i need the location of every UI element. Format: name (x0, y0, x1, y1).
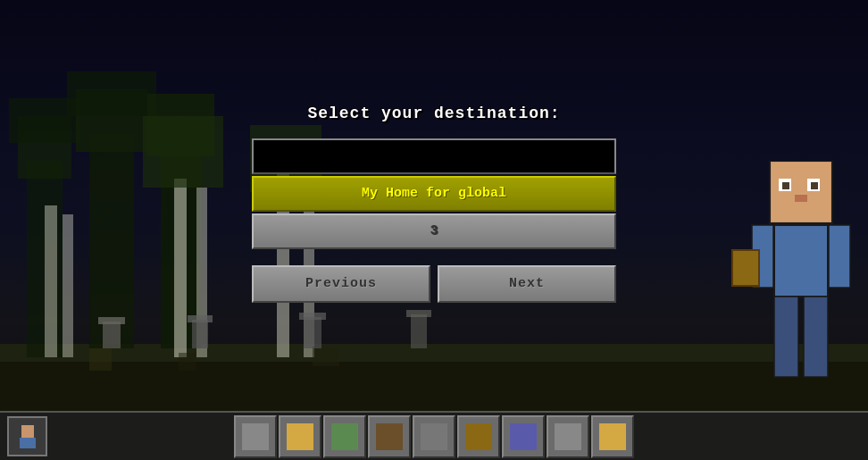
hotbar-slot-9[interactable] (591, 415, 634, 458)
hotbar-icon-4 (376, 423, 403, 450)
svg-rect-50 (20, 438, 36, 448)
hotbar-icon-8 (555, 423, 581, 450)
hotbar-icon-3 (331, 423, 358, 450)
hotbar (0, 411, 868, 460)
list-item-2-label: 3 (430, 223, 438, 238)
list-item-1[interactable]: My Home for global (252, 176, 616, 212)
black-slot (252, 138, 616, 174)
hotbar-slot-5[interactable] (413, 415, 455, 458)
hotbar-slot-4[interactable] (368, 415, 411, 458)
player-icon-slot (7, 416, 47, 456)
hotbar-icon-6 (465, 423, 492, 450)
svg-rect-49 (21, 425, 34, 438)
hotbar-icon-7 (510, 423, 537, 450)
hotbar-icon-1 (242, 423, 269, 450)
hotbar-slot-2[interactable] (279, 415, 321, 458)
hotbar-icon-2 (287, 423, 313, 450)
hotbar-icon-9 (599, 423, 626, 450)
hotbar-slot-6[interactable] (457, 415, 500, 458)
nav-buttons: Previous Next (252, 265, 616, 303)
player-icon (14, 423, 41, 450)
previous-button[interactable]: Previous (252, 265, 430, 303)
list-item-1-label: My Home for global (362, 186, 506, 201)
menu-box: My Home for global 3 (252, 138, 616, 251)
hotbar-slot-8[interactable] (547, 415, 589, 458)
dialog-title: Select your destination: (307, 105, 560, 122)
dialog-overlay: Select your destination: My Home for glo… (0, 0, 868, 460)
hotbar-icon-5 (421, 423, 447, 450)
next-button[interactable]: Next (438, 265, 616, 303)
hotbar-slot-3[interactable] (323, 415, 366, 458)
list-item-2[interactable]: 3 (252, 213, 616, 249)
hotbar-slot-7[interactable] (502, 415, 545, 458)
hotbar-slot-1[interactable] (234, 415, 277, 458)
